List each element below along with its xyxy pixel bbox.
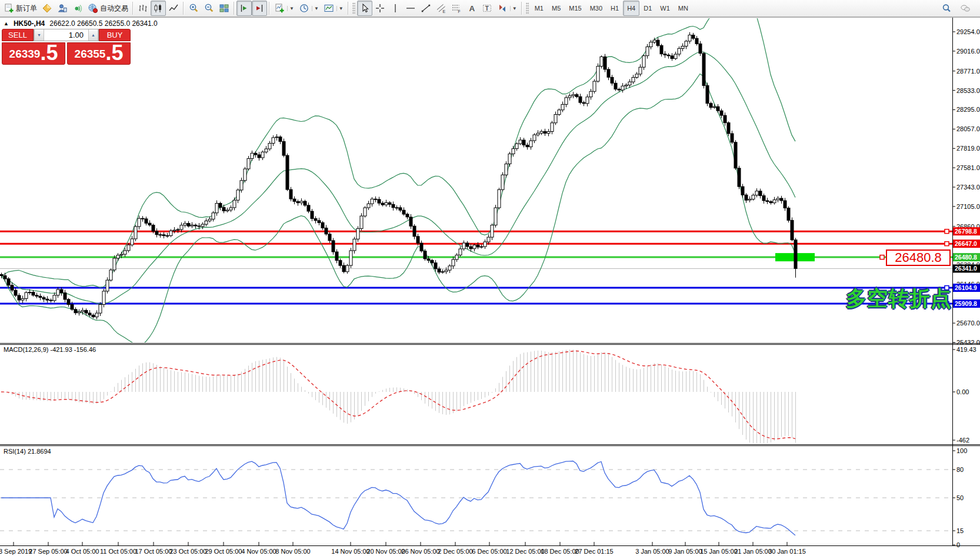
text-label-button[interactable]: T [479,1,495,16]
toolbar-separator [132,2,134,15]
rsi-label: RSI(14) 21.8694 [4,448,51,455]
chart-symbol-header[interactable]: ▲ HK50-,H4 26622.0 26650.5 26255.0 26341… [4,19,158,28]
svg-text:F: F [458,9,460,14]
chevron-down-icon[interactable]: ▼ [510,6,517,11]
timeframe-MN[interactable]: MN [674,1,692,16]
svg-text:4 Oct 05:00: 4 Oct 05:00 [66,548,99,555]
bar-chart-button[interactable] [135,1,151,16]
sell-button[interactable]: SELL [2,29,34,41]
zoom-in-button[interactable] [186,1,201,16]
vertical-line-button[interactable] [388,1,403,16]
svg-text:28771.0: 28771.0 [956,68,980,75]
toolbar-separator [521,2,522,15]
search-icon [941,3,952,14]
timeframe-H1[interactable]: H1 [606,1,623,16]
text-button[interactable]: A [464,1,479,16]
timeframe-W1[interactable]: W1 [656,1,674,16]
toolbar: 新订单自动交易▼▼▼EFAT▼M1M5M15M30H1H4D1W1MN [0,0,980,17]
svg-text:26480.8: 26480.8 [955,254,977,261]
svg-text:11 Oct 05:00: 11 Oct 05:00 [100,548,136,555]
svg-text:9 Jan 05:00: 9 Jan 05:00 [668,548,702,555]
indicators-button[interactable]: ▼ [272,1,296,16]
chevron-down-icon[interactable]: ▼ [336,6,344,11]
chevron-down-icon[interactable]: ▼ [312,6,319,11]
arrows-icon [497,3,508,14]
svg-text:18 Dec 05:00: 18 Dec 05:00 [541,548,579,555]
svg-text:A: A [469,4,475,13]
text-a-icon: A [466,3,477,14]
autotrading-button[interactable]: 自动交易 [85,1,131,16]
line-chart-button[interactable] [166,1,181,16]
tile-icon [219,3,229,14]
tile-windows-button[interactable] [216,1,232,16]
buy-price-int: 26355 [75,45,106,63]
svg-text:26341.0: 26341.0 [955,265,977,272]
timeframe-M30[interactable]: M30 [586,1,606,16]
chart-bars-icon [138,3,148,14]
trendline-button[interactable] [418,1,434,16]
svg-text:28533.0: 28533.0 [956,87,980,94]
equidistant-channel-button[interactable]: E [434,1,449,16]
svg-text:0: 0 [956,541,960,548]
fibonacci-button[interactable]: F [449,1,464,16]
timeframe-M15[interactable]: M15 [565,1,585,16]
zoom-out-button[interactable] [201,1,216,16]
annotation-text[interactable]: 多空转折点 [846,285,952,312]
market-watch-button[interactable] [55,1,70,16]
channel-icon: E [436,3,446,14]
arrows-button[interactable]: ▼ [495,1,519,16]
candlestick-chart-button[interactable] [151,1,166,16]
timeframe-H4[interactable]: H4 [623,1,639,16]
volume-decrease-button[interactable]: ▼ [34,29,44,41]
timeframe-M1[interactable]: M1 [531,1,548,16]
horizontal-line-button[interactable] [403,1,418,16]
cursor-icon [359,3,370,14]
svg-text:28057.0: 28057.0 [956,125,980,132]
svg-text:15: 15 [956,527,964,534]
chat-icon [960,3,971,14]
svg-text:25670.0: 25670.0 [956,320,980,327]
sell-price-int: 26339 [9,45,41,63]
svg-text:15 Jan 05:00: 15 Jan 05:00 [700,548,738,555]
svg-text:26 Nov 05:00: 26 Nov 05:00 [401,548,439,555]
svg-text:27 Dec 01:15: 27 Dec 01:15 [575,548,613,555]
signals-button[interactable] [70,1,85,16]
toolbar-separator [348,2,349,15]
svg-text:3 Jan 05:00: 3 Jan 05:00 [635,548,669,555]
chart-line-icon [168,3,179,14]
hline-icon [405,3,416,14]
svg-text:0.00: 0.00 [956,388,969,395]
buy-price[interactable]: 26355.5 [67,42,131,65]
svg-text:27105.0: 27105.0 [956,203,980,210]
chat-button[interactable] [958,1,973,16]
volume-value[interactable]: 1.00 [44,29,88,41]
vline-icon [390,3,401,14]
price-callout[interactable]: 26480.8 [886,249,951,266]
search-button[interactable] [939,1,954,16]
crosshair-button[interactable] [372,1,388,16]
timeframe-M5[interactable]: M5 [548,1,565,16]
chart-canvas[interactable]: 29254.029016.028771.028533.028295.028057… [0,0,980,559]
svg-text:27819.0: 27819.0 [956,145,980,152]
chart-shift-button[interactable] [252,1,267,16]
cursor-button[interactable] [357,1,372,16]
svg-text:27343.0: 27343.0 [956,184,980,191]
buy-button[interactable]: BUY [99,29,131,41]
templates-button[interactable]: ▼ [321,1,346,16]
svg-text:6 Dec 05:00: 6 Dec 05:00 [472,548,506,555]
metaeditor-button[interactable] [39,1,55,16]
sell-price[interactable]: 26339.5 [2,42,65,65]
toolbar-separator [269,2,270,15]
periods-button[interactable]: ▼ [296,1,321,16]
new-order-button[interactable]: 新订单 [1,1,39,16]
svg-text:419.43: 419.43 [956,346,976,353]
collapse-arrow-icon[interactable]: ▲ [4,21,9,26]
svg-text:21 Jan 05:00: 21 Jan 05:00 [734,548,772,555]
svg-text:29016.0: 29016.0 [956,48,980,55]
chevron-down-icon[interactable]: ▼ [287,6,294,11]
fibo-icon: F [451,3,462,14]
auto-scroll-button[interactable] [236,1,252,16]
svg-text:23 Sep 2019: 23 Sep 2019 [0,548,32,555]
timeframe-D1[interactable]: D1 [639,1,656,16]
volume-increase-button[interactable]: ▲ [88,29,98,41]
